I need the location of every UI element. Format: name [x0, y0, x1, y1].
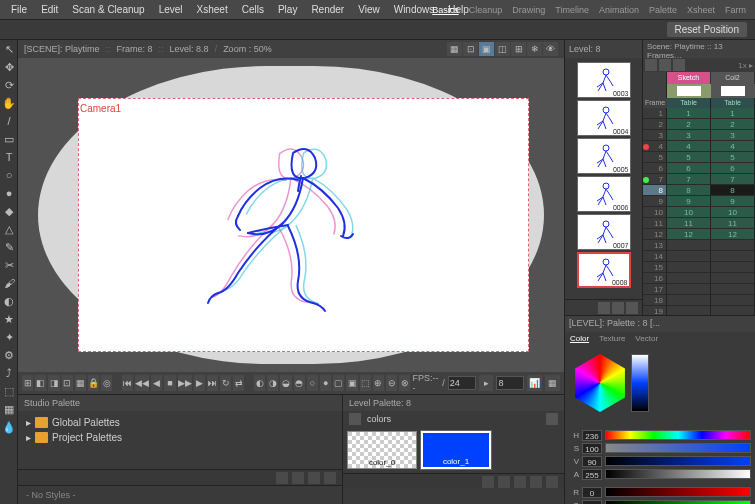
slider-h[interactable]: H236 [569, 429, 751, 441]
lp-ft-3[interactable] [514, 476, 526, 488]
tool-4[interactable]: / [0, 112, 18, 130]
tool-18[interactable]: ⤴ [0, 364, 18, 382]
menu-file[interactable]: File [4, 0, 34, 20]
onion-5[interactable]: ○ [307, 375, 318, 391]
onion-7[interactable]: ▢ [333, 375, 344, 391]
xsheet-row[interactable]: 14 [643, 251, 755, 262]
play-back[interactable]: ◀ [151, 375, 162, 391]
tool-14[interactable]: ◐ [0, 292, 18, 310]
vp-opt-lock[interactable]: 🔒 [88, 375, 99, 391]
menu-level[interactable]: Level [152, 0, 190, 20]
play-last[interactable]: ⏭ [207, 375, 218, 391]
xsheet-row[interactable]: 555 [643, 152, 755, 163]
ls-ft-2[interactable] [612, 302, 624, 314]
menu-view[interactable]: View [351, 0, 387, 20]
tool-15[interactable]: ★ [0, 310, 18, 328]
xsheet-body[interactable]: 1112223334445556667778889991010101111111… [643, 108, 755, 315]
onion-4[interactable]: ◓ [294, 375, 305, 391]
subcam-icon[interactable]: ▦ [545, 375, 560, 391]
xsheet-row[interactable]: 18 [643, 295, 755, 306]
tool-8[interactable]: ● [0, 184, 18, 202]
tool-21[interactable]: 💧 [0, 418, 18, 436]
onion-10[interactable]: ⊕ [373, 375, 384, 391]
workspace-tab-basics[interactable]: Basics [427, 0, 464, 20]
play-rewind[interactable]: ◀◀ [135, 375, 149, 391]
tool-16[interactable]: ✦ [0, 328, 18, 346]
xsheet-sub-2[interactable]: Table [711, 98, 755, 108]
slider-s[interactable]: S100 [569, 442, 751, 454]
sp-ft-4[interactable] [324, 472, 336, 484]
play-pingpong[interactable]: ⇄ [233, 375, 244, 391]
reset-position-button[interactable]: Reset Position [667, 22, 747, 37]
workspace-tab-palette[interactable]: Palette [644, 0, 682, 20]
vp-opt-4[interactable]: ⊡ [62, 375, 73, 391]
menu-cells[interactable]: Cells [235, 0, 271, 20]
workspace-tab-cleanup[interactable]: Cleanup [464, 0, 508, 20]
xsheet-row[interactable]: 13 [643, 240, 755, 251]
tool-12[interactable]: ✂ [0, 256, 18, 274]
fps-input[interactable] [448, 376, 476, 390]
sp-ft-2[interactable] [292, 472, 304, 484]
play-loop[interactable]: ↻ [220, 375, 231, 391]
xsheet-row[interactable]: 222 [643, 119, 755, 130]
xs-ic-2[interactable] [659, 59, 671, 71]
histogram-icon[interactable]: 📊 [527, 375, 542, 391]
palette-icon[interactable] [349, 413, 361, 425]
color-wheel[interactable] [569, 350, 649, 422]
sp-ft-3[interactable] [308, 472, 320, 484]
vp-opt-2[interactable]: ◧ [35, 375, 46, 391]
tool-6[interactable]: T [0, 148, 18, 166]
xsheet-row[interactable]: 15 [643, 262, 755, 273]
tool-20[interactable]: ▦ [0, 400, 18, 418]
xsheet-row[interactable]: 888 [643, 185, 755, 196]
lp-ft-4[interactable] [530, 476, 542, 488]
thumbnail-frame[interactable]: 0004 [577, 100, 631, 136]
play-stop[interactable]: ■ [164, 375, 175, 391]
tool-13[interactable]: 🖌 [0, 274, 18, 292]
xsheet-row[interactable]: 16 [643, 273, 755, 284]
vp-icon-1[interactable]: ▦ [447, 42, 462, 56]
project-palettes-folder[interactable]: ▸ Project Palettes [26, 430, 334, 445]
menu-play[interactable]: Play [271, 0, 304, 20]
vp-icon-safe[interactable]: ⊡ [463, 42, 478, 56]
tool-9[interactable]: ◆ [0, 202, 18, 220]
workspace-tab-drawing[interactable]: Drawing [507, 0, 550, 20]
menu-scan[interactable]: Scan & Cleanup [65, 0, 151, 20]
vp-opt-5[interactable]: ▦ [75, 375, 86, 391]
xsheet-row[interactable]: 999 [643, 196, 755, 207]
xsheet-sub-1[interactable]: Table [667, 98, 711, 108]
frame-input[interactable] [496, 376, 524, 390]
color-swatch[interactable]: color_1 [421, 431, 491, 469]
onion-12[interactable]: ⊗ [399, 375, 410, 391]
tool-2[interactable]: ⟳ [0, 76, 18, 94]
xsheet-row[interactable]: 17 [643, 284, 755, 295]
onion-3[interactable]: ◒ [280, 375, 291, 391]
thumbnail-frame[interactable]: 0008 [577, 252, 631, 288]
tool-7[interactable]: ○ [0, 166, 18, 184]
onion-11[interactable]: ⊖ [386, 375, 397, 391]
tool-0[interactable]: ↖ [0, 40, 18, 58]
workspace-tab-timeline[interactable]: Timeline [550, 0, 594, 20]
xsheet-row[interactable]: 666 [643, 163, 755, 174]
tool-19[interactable]: ⬚ [0, 382, 18, 400]
lp-ft-1[interactable] [482, 476, 494, 488]
workspace-tab-farm[interactable]: Farm [720, 0, 751, 20]
canvas-viewport[interactable]: Camera1 [18, 58, 564, 372]
tool-11[interactable]: ✎ [0, 238, 18, 256]
tool-10[interactable]: △ [0, 220, 18, 238]
xsheet-row[interactable]: 777 [643, 174, 755, 185]
xsheet-col-2[interactable]: Col2 [711, 72, 755, 84]
ls-ft-1[interactable] [598, 302, 610, 314]
vp-opt-3[interactable]: ◨ [48, 375, 59, 391]
xsheet-row[interactable]: 101010 [643, 207, 755, 218]
slider-a[interactable]: A255 [569, 468, 751, 480]
xsheet-row[interactable]: 333 [643, 130, 755, 141]
xsheet-row[interactable]: 111 [643, 108, 755, 119]
palette-menu-icon[interactable] [546, 413, 558, 425]
thumbnail-frame[interactable]: 0006 [577, 176, 631, 212]
global-palettes-folder[interactable]: ▸ Global Palettes [26, 415, 334, 430]
xs-ic-3[interactable] [673, 59, 685, 71]
fps-up[interactable]: ▸ [479, 375, 494, 391]
xsheet-row[interactable]: 444 [643, 141, 755, 152]
menu-render[interactable]: Render [304, 0, 351, 20]
